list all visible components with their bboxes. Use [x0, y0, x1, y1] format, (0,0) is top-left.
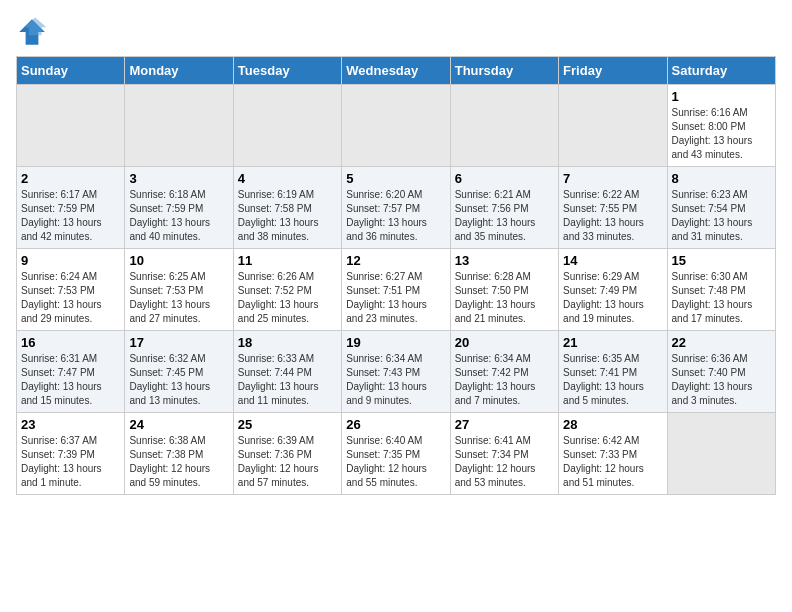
calendar-cell: [125, 85, 233, 167]
day-detail: Sunrise: 6:22 AM Sunset: 7:55 PM Dayligh…: [563, 188, 662, 244]
calendar-cell: 11Sunrise: 6:26 AM Sunset: 7:52 PM Dayli…: [233, 249, 341, 331]
day-detail: Sunrise: 6:29 AM Sunset: 7:49 PM Dayligh…: [563, 270, 662, 326]
day-number: 15: [672, 253, 771, 268]
day-number: 26: [346, 417, 445, 432]
day-detail: Sunrise: 6:24 AM Sunset: 7:53 PM Dayligh…: [21, 270, 120, 326]
day-detail: Sunrise: 6:37 AM Sunset: 7:39 PM Dayligh…: [21, 434, 120, 490]
day-number: 8: [672, 171, 771, 186]
calendar-cell: 10Sunrise: 6:25 AM Sunset: 7:53 PM Dayli…: [125, 249, 233, 331]
day-number: 22: [672, 335, 771, 350]
day-detail: Sunrise: 6:17 AM Sunset: 7:59 PM Dayligh…: [21, 188, 120, 244]
day-number: 7: [563, 171, 662, 186]
header-saturday: Saturday: [667, 57, 775, 85]
header-wednesday: Wednesday: [342, 57, 450, 85]
calendar-cell: [17, 85, 125, 167]
day-number: 3: [129, 171, 228, 186]
day-number: 4: [238, 171, 337, 186]
day-number: 27: [455, 417, 554, 432]
calendar-cell: [233, 85, 341, 167]
calendar-cell: 22Sunrise: 6:36 AM Sunset: 7:40 PM Dayli…: [667, 331, 775, 413]
calendar-cell: 1Sunrise: 6:16 AM Sunset: 8:00 PM Daylig…: [667, 85, 775, 167]
day-number: 1: [672, 89, 771, 104]
calendar-cell: 23Sunrise: 6:37 AM Sunset: 7:39 PM Dayli…: [17, 413, 125, 495]
day-number: 12: [346, 253, 445, 268]
calendar-cell: [667, 413, 775, 495]
day-detail: Sunrise: 6:20 AM Sunset: 7:57 PM Dayligh…: [346, 188, 445, 244]
day-number: 6: [455, 171, 554, 186]
calendar-cell: 4Sunrise: 6:19 AM Sunset: 7:58 PM Daylig…: [233, 167, 341, 249]
day-detail: Sunrise: 6:38 AM Sunset: 7:38 PM Dayligh…: [129, 434, 228, 490]
day-detail: Sunrise: 6:19 AM Sunset: 7:58 PM Dayligh…: [238, 188, 337, 244]
logo-icon: [16, 16, 48, 48]
calendar-table: SundayMondayTuesdayWednesdayThursdayFrid…: [16, 56, 776, 495]
day-number: 18: [238, 335, 337, 350]
calendar-cell: 14Sunrise: 6:29 AM Sunset: 7:49 PM Dayli…: [559, 249, 667, 331]
day-detail: Sunrise: 6:41 AM Sunset: 7:34 PM Dayligh…: [455, 434, 554, 490]
day-detail: Sunrise: 6:42 AM Sunset: 7:33 PM Dayligh…: [563, 434, 662, 490]
calendar-cell: [559, 85, 667, 167]
calendar-header-row: SundayMondayTuesdayWednesdayThursdayFrid…: [17, 57, 776, 85]
day-detail: Sunrise: 6:21 AM Sunset: 7:56 PM Dayligh…: [455, 188, 554, 244]
day-number: 10: [129, 253, 228, 268]
day-detail: Sunrise: 6:32 AM Sunset: 7:45 PM Dayligh…: [129, 352, 228, 408]
calendar-cell: 7Sunrise: 6:22 AM Sunset: 7:55 PM Daylig…: [559, 167, 667, 249]
day-number: 23: [21, 417, 120, 432]
calendar-cell: 16Sunrise: 6:31 AM Sunset: 7:47 PM Dayli…: [17, 331, 125, 413]
day-detail: Sunrise: 6:33 AM Sunset: 7:44 PM Dayligh…: [238, 352, 337, 408]
calendar-cell: 25Sunrise: 6:39 AM Sunset: 7:36 PM Dayli…: [233, 413, 341, 495]
day-detail: Sunrise: 6:30 AM Sunset: 7:48 PM Dayligh…: [672, 270, 771, 326]
day-number: 14: [563, 253, 662, 268]
calendar-cell: 20Sunrise: 6:34 AM Sunset: 7:42 PM Dayli…: [450, 331, 558, 413]
day-number: 5: [346, 171, 445, 186]
day-number: 24: [129, 417, 228, 432]
header-monday: Monday: [125, 57, 233, 85]
calendar-cell: 21Sunrise: 6:35 AM Sunset: 7:41 PM Dayli…: [559, 331, 667, 413]
day-detail: Sunrise: 6:23 AM Sunset: 7:54 PM Dayligh…: [672, 188, 771, 244]
logo: [16, 16, 54, 48]
day-number: 19: [346, 335, 445, 350]
calendar-cell: 13Sunrise: 6:28 AM Sunset: 7:50 PM Dayli…: [450, 249, 558, 331]
calendar-week-row: 2Sunrise: 6:17 AM Sunset: 7:59 PM Daylig…: [17, 167, 776, 249]
calendar-cell: 8Sunrise: 6:23 AM Sunset: 7:54 PM Daylig…: [667, 167, 775, 249]
day-detail: Sunrise: 6:25 AM Sunset: 7:53 PM Dayligh…: [129, 270, 228, 326]
day-number: 9: [21, 253, 120, 268]
day-detail: Sunrise: 6:35 AM Sunset: 7:41 PM Dayligh…: [563, 352, 662, 408]
day-detail: Sunrise: 6:39 AM Sunset: 7:36 PM Dayligh…: [238, 434, 337, 490]
calendar-week-row: 9Sunrise: 6:24 AM Sunset: 7:53 PM Daylig…: [17, 249, 776, 331]
day-number: 13: [455, 253, 554, 268]
header-tuesday: Tuesday: [233, 57, 341, 85]
header: [16, 16, 776, 48]
day-detail: Sunrise: 6:16 AM Sunset: 8:00 PM Dayligh…: [672, 106, 771, 162]
calendar-cell: 2Sunrise: 6:17 AM Sunset: 7:59 PM Daylig…: [17, 167, 125, 249]
day-detail: Sunrise: 6:40 AM Sunset: 7:35 PM Dayligh…: [346, 434, 445, 490]
calendar-cell: 24Sunrise: 6:38 AM Sunset: 7:38 PM Dayli…: [125, 413, 233, 495]
day-number: 20: [455, 335, 554, 350]
calendar-cell: 28Sunrise: 6:42 AM Sunset: 7:33 PM Dayli…: [559, 413, 667, 495]
calendar-cell: 3Sunrise: 6:18 AM Sunset: 7:59 PM Daylig…: [125, 167, 233, 249]
calendar-week-row: 23Sunrise: 6:37 AM Sunset: 7:39 PM Dayli…: [17, 413, 776, 495]
day-detail: Sunrise: 6:34 AM Sunset: 7:43 PM Dayligh…: [346, 352, 445, 408]
calendar-cell: [450, 85, 558, 167]
day-number: 25: [238, 417, 337, 432]
day-detail: Sunrise: 6:26 AM Sunset: 7:52 PM Dayligh…: [238, 270, 337, 326]
day-number: 21: [563, 335, 662, 350]
calendar-cell: 6Sunrise: 6:21 AM Sunset: 7:56 PM Daylig…: [450, 167, 558, 249]
day-number: 11: [238, 253, 337, 268]
calendar-cell: 27Sunrise: 6:41 AM Sunset: 7:34 PM Dayli…: [450, 413, 558, 495]
calendar-cell: 15Sunrise: 6:30 AM Sunset: 7:48 PM Dayli…: [667, 249, 775, 331]
header-friday: Friday: [559, 57, 667, 85]
day-detail: Sunrise: 6:36 AM Sunset: 7:40 PM Dayligh…: [672, 352, 771, 408]
day-number: 16: [21, 335, 120, 350]
calendar-cell: 12Sunrise: 6:27 AM Sunset: 7:51 PM Dayli…: [342, 249, 450, 331]
calendar-cell: 26Sunrise: 6:40 AM Sunset: 7:35 PM Dayli…: [342, 413, 450, 495]
calendar-week-row: 1Sunrise: 6:16 AM Sunset: 8:00 PM Daylig…: [17, 85, 776, 167]
day-detail: Sunrise: 6:27 AM Sunset: 7:51 PM Dayligh…: [346, 270, 445, 326]
day-number: 17: [129, 335, 228, 350]
day-detail: Sunrise: 6:34 AM Sunset: 7:42 PM Dayligh…: [455, 352, 554, 408]
calendar-cell: 9Sunrise: 6:24 AM Sunset: 7:53 PM Daylig…: [17, 249, 125, 331]
calendar-cell: 5Sunrise: 6:20 AM Sunset: 7:57 PM Daylig…: [342, 167, 450, 249]
day-number: 28: [563, 417, 662, 432]
day-number: 2: [21, 171, 120, 186]
header-thursday: Thursday: [450, 57, 558, 85]
calendar-cell: [342, 85, 450, 167]
